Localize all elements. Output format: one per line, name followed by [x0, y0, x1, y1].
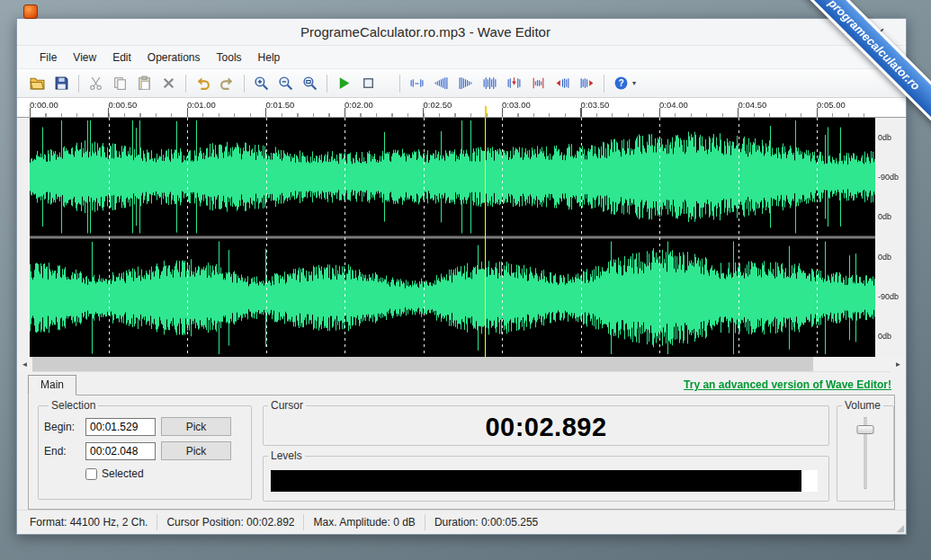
redo-icon: [219, 76, 235, 91]
db-scale: 0db-90db0db0db-90db0db: [875, 118, 906, 357]
svg-text:?: ?: [618, 78, 623, 88]
toolbar: ? ▾: [17, 69, 906, 98]
paste-button[interactable]: [133, 72, 156, 94]
menu-item[interactable]: Edit: [104, 48, 139, 67]
stop-button[interactable]: [357, 72, 380, 94]
redo-button[interactable]: [216, 72, 238, 94]
toolbar-separator: [604, 75, 604, 93]
db-scale-label: -90db: [878, 173, 906, 182]
volume-legend: Volume: [842, 399, 883, 412]
promo-link[interactable]: Try an advanced version of Wave Editor!: [684, 378, 891, 395]
zoom-out-icon: [278, 76, 293, 91]
ruler-cursor-marker: [485, 106, 487, 117]
cursor-legend: Cursor: [268, 399, 306, 412]
selection-end-button[interactable]: [576, 72, 598, 94]
db-scale-label: -90db: [878, 293, 906, 301]
level-meter: [271, 470, 818, 492]
menu-item[interactable]: View: [65, 48, 104, 67]
help-icon: ?: [613, 76, 629, 91]
tab-strip: Main Try an advanced version of Wave Edi…: [17, 372, 906, 395]
levels-group: Levels: [263, 449, 829, 502]
insert-silence-icon: [506, 76, 522, 91]
play-icon: [336, 76, 352, 91]
delete-icon: [161, 76, 176, 91]
menu-item[interactable]: Tools: [209, 48, 250, 67]
undo-button[interactable]: [192, 72, 214, 94]
waveform-canvas[interactable]: [30, 118, 875, 357]
titlebar[interactable]: ProgrameCalculator.ro.mp3 - Wave Editor …: [17, 19, 906, 46]
window-title: ProgrameCalculator.ro.mp3 - Wave Editor: [17, 24, 834, 40]
fade-out-button[interactable]: [454, 72, 477, 94]
timeline-ruler[interactable]: 0:00.000:00.500:01.000:01.500:02.000:02.…: [17, 98, 906, 118]
undo-icon: [195, 76, 210, 91]
end-input[interactable]: [85, 442, 156, 460]
toolbar-separator: [78, 75, 79, 93]
close-button[interactable]: ✕: [861, 22, 899, 42]
silence-button[interactable]: [406, 72, 428, 94]
help-button[interactable]: ?: [610, 72, 632, 94]
menu-item[interactable]: Help: [250, 48, 289, 67]
scrollbar-thumb[interactable]: [32, 357, 813, 371]
volume-group: Volume: [837, 399, 894, 502]
copy-button[interactable]: [109, 72, 131, 94]
selected-checkbox[interactable]: [85, 468, 97, 480]
floppy-icon: [54, 76, 69, 91]
minimize-button[interactable]: –: [834, 22, 861, 42]
delete-button[interactable]: [157, 72, 180, 94]
save-button[interactable]: [50, 72, 73, 94]
resize-grip[interactable]: ◢: [897, 523, 904, 533]
toolbar-separator: [399, 75, 400, 93]
level-meter-fill: [271, 470, 801, 492]
selected-label: Selected: [102, 467, 144, 480]
menu-item[interactable]: File: [31, 48, 65, 67]
waveform-area: 0db-90db0db0db-90db0db: [17, 118, 906, 357]
begin-pick-button[interactable]: Pick: [161, 417, 231, 436]
trim-icon: [531, 76, 546, 91]
app-icon[interactable]: [23, 4, 38, 19]
menu-item[interactable]: Operations: [139, 48, 209, 67]
scissors-icon: [88, 76, 103, 91]
selection-start-button[interactable]: [551, 72, 574, 94]
fade-in-icon: [434, 76, 449, 91]
statusbar: Format: 44100 Hz, 2 Ch. Cursor Position:…: [17, 510, 906, 534]
scroll-right-button[interactable]: ►: [891, 357, 906, 372]
volume-slider-thumb[interactable]: [857, 425, 874, 434]
toolbar-separator: [327, 75, 327, 93]
trim-button[interactable]: [527, 72, 550, 94]
window-controls: – ✕: [834, 22, 899, 42]
status-cursor-position: Cursor Position: 00:02.892: [157, 514, 304, 530]
open-file-button[interactable]: [26, 72, 49, 94]
wave-editor-window: ProgrameCalculator.ro.mp3 - Wave Editor …: [16, 18, 907, 535]
horizontal-scrollbar[interactable]: ◄ ►: [17, 357, 906, 372]
db-scale-label: 0db: [878, 213, 906, 221]
scroll-left-button[interactable]: ◄: [17, 357, 32, 372]
insert-silence-button[interactable]: [503, 72, 525, 94]
main-panel: Selection Begin: Pick End: Pick Selected…: [28, 395, 895, 510]
tab-main[interactable]: Main: [28, 375, 76, 396]
status-duration: Duration: 0:00:05.255: [425, 514, 906, 530]
begin-input[interactable]: [85, 418, 156, 436]
scrollbar-track[interactable]: [32, 357, 891, 371]
db-scale-label: 0db: [878, 333, 906, 341]
end-pick-button[interactable]: Pick: [161, 441, 231, 460]
ruler-tick-marks: [30, 108, 875, 117]
copy-icon: [112, 76, 128, 91]
zoom-selection-button[interactable]: [299, 72, 321, 94]
play-button[interactable]: [333, 72, 355, 94]
fade-in-button[interactable]: [430, 72, 452, 94]
cut-button[interactable]: [85, 72, 107, 94]
fade-out-icon: [458, 76, 473, 91]
help-dropdown-icon[interactable]: ▾: [632, 79, 636, 87]
levels-legend: Levels: [268, 449, 305, 462]
zoom-selection-icon: [302, 76, 318, 91]
amplify-button[interactable]: [479, 72, 501, 94]
zoom-in-button[interactable]: [250, 72, 273, 94]
end-label: End:: [44, 445, 80, 458]
status-max-amplitude: Max. Amplitude: 0 dB: [304, 514, 425, 530]
ruler-inner: 0:00.000:00.500:01.000:01.500:02.000:02.…: [30, 98, 875, 117]
silence-icon: [409, 76, 425, 91]
begin-label: Begin:: [44, 421, 80, 433]
db-scale-label: 0db: [878, 253, 906, 262]
zoom-out-button[interactable]: [274, 72, 297, 94]
volume-slider[interactable]: [837, 413, 893, 491]
